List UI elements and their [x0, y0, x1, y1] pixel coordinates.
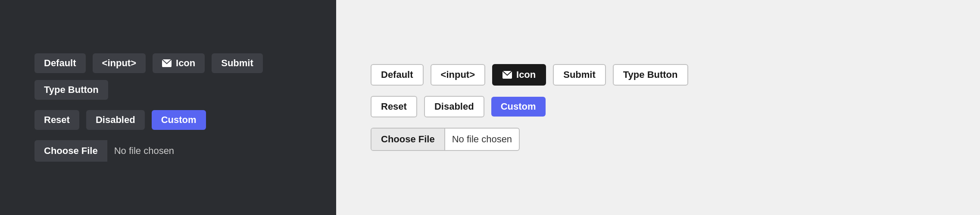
envelope-icon-light	[502, 71, 512, 79]
dark-input-button[interactable]: <input>	[93, 53, 146, 73]
light-no-file-label: No file chosen	[445, 129, 519, 150]
light-file-input: Choose File No file chosen	[371, 128, 520, 151]
dark-reset-button[interactable]: Reset	[34, 110, 79, 130]
dark-icon-label: Icon	[176, 58, 195, 69]
light-row-2: Reset Disabled Custom	[371, 96, 546, 117]
dark-submit-button[interactable]: Submit	[212, 53, 263, 73]
envelope-icon	[162, 59, 172, 67]
dark-choose-file-button[interactable]: Choose File	[34, 140, 107, 162]
dark-custom-button[interactable]: Custom	[152, 110, 206, 130]
dark-type-button[interactable]: Type Button	[34, 80, 108, 100]
light-type-button[interactable]: Type Button	[613, 64, 688, 86]
light-input-button[interactable]: <input>	[431, 64, 485, 86]
dark-file-input: Choose File No file chosen	[34, 140, 181, 162]
dark-panel: Default <input> Icon Submit Type Button …	[0, 0, 336, 215]
light-row-1: Default <input> Icon Submit Type Button	[371, 64, 688, 86]
light-panel: Default <input> Icon Submit Type Button …	[336, 0, 980, 215]
light-submit-button[interactable]: Submit	[553, 64, 606, 86]
dark-no-file-label: No file chosen	[107, 140, 181, 162]
light-custom-button[interactable]: Custom	[491, 97, 546, 117]
dark-icon-button[interactable]: Icon	[153, 53, 205, 73]
dark-row-2: Reset Disabled Custom	[34, 110, 206, 130]
light-default-button[interactable]: Default	[371, 64, 424, 86]
dark-default-button[interactable]: Default	[34, 53, 86, 73]
light-choose-file-button[interactable]: Choose File	[371, 129, 445, 150]
dark-disabled-button[interactable]: Disabled	[86, 110, 145, 130]
dark-row-1: Default <input> Icon Submit Type Button	[34, 53, 302, 100]
light-disabled-button[interactable]: Disabled	[424, 96, 484, 117]
light-icon-button[interactable]: Icon	[492, 64, 546, 86]
light-icon-label: Icon	[516, 69, 536, 80]
light-reset-button[interactable]: Reset	[371, 96, 417, 117]
